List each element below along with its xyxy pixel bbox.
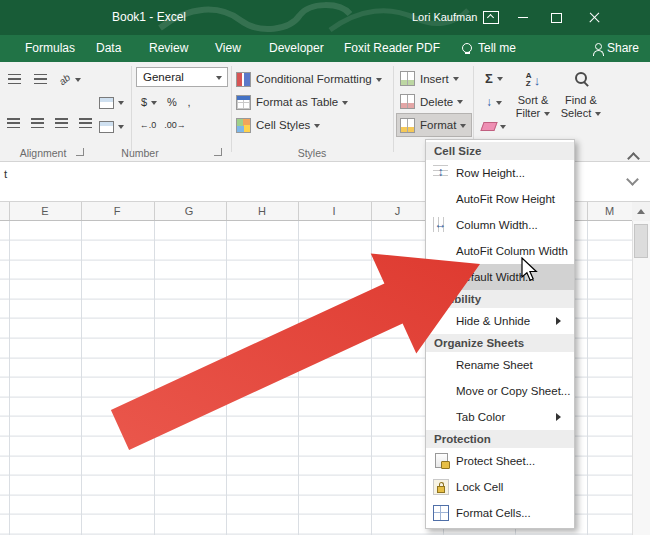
dropdown-caret-icon (118, 125, 124, 132)
close-button[interactable] (578, 0, 610, 35)
align-top-button[interactable] (2, 68, 26, 90)
column-header-H[interactable]: H (226, 202, 298, 221)
decrease-indent-button[interactable] (50, 112, 72, 134)
dropdown-caret-icon (496, 101, 502, 108)
decrease-decimal-button[interactable]: .00→ (162, 115, 188, 135)
number-dialog-launcher[interactable] (214, 148, 222, 156)
menu-item-column-width[interactable]: ↔ Column Width... (426, 212, 574, 238)
format-label: Format (420, 119, 456, 131)
group-divider (393, 66, 394, 152)
sort-filter-button[interactable]: AZ ↓ Sort & Filter (510, 68, 556, 140)
autosum-sigma-icon: Σ (485, 71, 493, 86)
align-left-button[interactable] (2, 112, 24, 134)
expand-formula-bar-button[interactable] (628, 170, 637, 188)
ribbon-display-options-icon (483, 11, 499, 24)
format-cells-icon (433, 505, 449, 521)
share-button[interactable]: Share (607, 35, 639, 62)
increase-decimal-button[interactable]: ←.0 (136, 115, 160, 135)
dropdown-caret-icon (497, 77, 503, 84)
column-header-F[interactable]: F (81, 202, 153, 221)
scroll-up-button[interactable] (632, 202, 650, 221)
align-lines-icon (31, 118, 44, 129)
alignment-group-label: Alignment (8, 147, 78, 159)
dropdown-caret-icon (544, 112, 550, 119)
number-format-select[interactable]: General (136, 67, 228, 87)
merge-center-button[interactable] (94, 116, 128, 137)
align-lines-icon (7, 118, 20, 129)
red-annotation-arrow (100, 238, 495, 456)
increase-indent-button[interactable] (74, 112, 96, 134)
scrollbar-thumb[interactable] (634, 224, 648, 258)
row-height-icon: ↕ (433, 165, 448, 180)
wrap-text-button[interactable] (94, 92, 128, 113)
tab-view[interactable]: View (215, 35, 241, 62)
submenu-arrow-icon (556, 413, 565, 421)
tab-data[interactable]: Data (96, 35, 121, 62)
alignment-dialog-launcher[interactable] (76, 148, 84, 156)
format-menu-button[interactable]: Format (396, 113, 472, 137)
sort-filter-label-1: Sort & (518, 94, 549, 107)
minimize-button[interactable] (507, 0, 539, 35)
dropdown-caret-icon (457, 100, 463, 107)
tab-foxit-reader-pdf[interactable]: Foxit Reader PDF (344, 35, 440, 62)
column-header-I[interactable]: I (298, 202, 370, 221)
find-select-button[interactable]: Find & Select (557, 68, 605, 140)
comma-style-button[interactable]: , (182, 92, 196, 112)
conditional-formatting-button[interactable]: Conditional Formatting (236, 68, 390, 90)
accounting-format-button[interactable]: $ (136, 92, 162, 112)
menu-item-format-cells[interactable]: Format Cells... (426, 500, 574, 526)
maximize-button[interactable] (540, 0, 572, 35)
conditional-formatting-icon (236, 72, 251, 87)
close-icon (588, 11, 601, 24)
column-header-G[interactable]: G (153, 202, 225, 221)
clear-button[interactable] (479, 116, 509, 136)
insert-cells-button[interactable]: Insert (397, 68, 471, 89)
tab-review[interactable]: Review (149, 35, 188, 62)
account-user-name[interactable]: Lori Kaufman (412, 0, 477, 35)
format-as-table-label: Format as Table (256, 96, 338, 108)
column-header-E[interactable]: E (9, 202, 81, 221)
dropdown-caret-icon (151, 101, 157, 108)
mouse-cursor (521, 257, 539, 283)
insert-cells-icon (400, 71, 415, 86)
dropdown-caret-icon (342, 101, 348, 108)
sort-filter-label-2: Filter (516, 107, 550, 120)
percent-style-button[interactable]: % (164, 92, 180, 112)
format-cells-ribbon-icon (400, 118, 415, 133)
dropdown-caret-icon (460, 124, 466, 131)
decrease-decimal-icon: .00→ (164, 120, 186, 130)
tell-me-box[interactable]: Tell me (478, 35, 516, 62)
cell-styles-button[interactable]: Cell Styles (236, 114, 390, 136)
tab-developer[interactable]: Developer (269, 35, 324, 62)
align-middle-button[interactable] (28, 68, 52, 90)
menu-header-cell-size: Cell Size (426, 142, 574, 160)
column-header-M[interactable]: M (587, 202, 632, 221)
orientation-button[interactable]: ab (54, 68, 86, 90)
column-header-J[interactable]: J (370, 202, 425, 221)
autosum-button[interactable]: Σ (479, 68, 509, 88)
cell-styles-icon (236, 118, 251, 133)
styles-group-label: Styles (270, 147, 354, 159)
dropdown-caret-icon (376, 78, 382, 85)
sort-filter-icon: AZ ↓ (526, 68, 540, 92)
menu-item-autofit-row-height[interactable]: AutoFit Row Height (426, 186, 574, 212)
ribbon-display-options-button[interactable] (475, 0, 507, 35)
align-lines-icon (34, 74, 47, 85)
maximize-icon (551, 13, 562, 23)
menu-item-lock-cell[interactable]: Lock Cell (426, 474, 574, 500)
dollar-icon: $ (141, 96, 147, 108)
menu-item-row-height[interactable]: ↕ Row Height... (426, 160, 574, 186)
orientation-icon: ab (57, 71, 73, 87)
percent-icon: % (167, 96, 177, 108)
group-divider (231, 66, 232, 152)
format-as-table-button[interactable]: Format as Table (236, 91, 390, 113)
delete-cells-icon (400, 94, 415, 109)
delete-label: Delete (420, 96, 453, 108)
window-title: Book1 - Excel (112, 0, 186, 35)
align-center-button[interactable] (26, 112, 48, 134)
tab-formulas[interactable]: Formulas (25, 35, 75, 62)
cell-styles-label: Cell Styles (256, 119, 310, 131)
delete-cells-button[interactable]: Delete (397, 91, 471, 112)
fill-button[interactable]: ↓ (479, 92, 509, 112)
fill-down-icon: ↓ (486, 96, 492, 108)
